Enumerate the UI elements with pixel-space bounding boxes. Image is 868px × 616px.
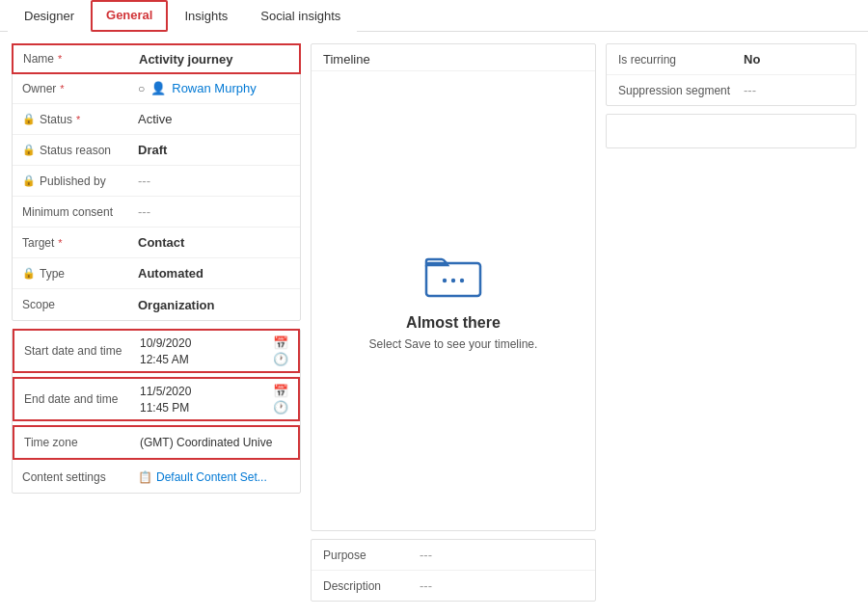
status-value: Active [138,112,290,126]
main-content: Name * Activity journey Owner * ○ 👤 Rowa… [0,32,868,613]
status-label: 🔒 Status * [22,113,138,126]
name-label: Name * [23,52,139,66]
minimum-consent-row: Minimum consent --- [13,197,300,228]
timezone-label: Time zone [24,436,140,449]
status-reason-row: 🔒 Status reason Draft [13,135,300,166]
is-recurring-value: No [744,52,760,67]
svg-point-2 [451,278,455,281]
svg-point-3 [460,278,464,281]
empty-right-card [606,114,856,148]
purpose-row: Purpose --- [312,540,595,571]
end-time-row: 11:45 PM 🕐 [140,400,288,415]
lock-icon-type: 🔒 [22,267,36,280]
lock-icon-published: 🔒 [22,174,36,187]
almost-there-text: Almost there [406,314,501,332]
end-date-date-row: 11/5/2020 📅 [140,384,288,398]
right-panel: Is recurring No Suppression segment --- [606,43,856,602]
description-row: Description --- [312,571,595,601]
purpose-value: --- [420,548,432,562]
content-settings-value[interactable]: 📋 Default Content Set... [138,470,267,484]
timezone-value[interactable]: (GMT) Coordinated Unive [140,436,288,449]
target-row: Target * Contact [13,228,300,258]
scope-value: Organization [138,298,290,312]
type-row: 🔒 Type Automated [13,258,300,289]
start-date-date-row: 10/9/2020 📅 [140,335,288,350]
suppression-row: Suppression segment --- [607,75,855,105]
content-settings-label: Content settings [22,470,138,484]
content-settings-icon: 📋 [138,470,152,484]
suppression-label: Suppression segment [618,84,744,97]
save-hint-text: Select Save to see your timeline. [369,337,538,351]
left-panel: Name * Activity journey Owner * ○ 👤 Rowa… [12,43,301,602]
start-date-value[interactable]: 10/9/2020 [140,336,273,350]
folder-icon [424,252,482,303]
target-label: Target * [22,236,138,250]
type-label: 🔒 Type [22,267,138,281]
owner-value[interactable]: ○ 👤 Rowan Murphy [138,81,290,95]
is-recurring-label: Is recurring [618,53,744,67]
timeline-title: Timeline [312,44,595,71]
tab-social-insights[interactable]: Social insights [244,0,357,32]
description-value: --- [420,578,432,593]
timeline-card: Timeline Almost there Se [311,43,596,531]
purpose-label: Purpose [323,549,420,562]
status-reason-label: 🔒 Status reason [22,144,138,157]
owner-label: Owner * [22,82,138,95]
target-value: Contact [138,235,290,250]
content-settings-row: Content settings 📋 Default Content Set..… [13,462,300,493]
status-row: 🔒 Status * Active [13,104,300,135]
lock-icon-status-reason: 🔒 [22,144,36,156]
end-date-value[interactable]: 11/5/2020 [140,385,273,398]
owner-required-star: * [60,83,64,94]
is-recurring-row: Is recurring No [607,44,855,75]
end-time-clock-icon[interactable]: 🕐 [273,400,288,415]
dates-form-section: Start date and time 10/9/2020 📅 12:45 AM… [12,329,301,494]
start-time-row: 12:45 AM 🕐 [140,352,288,366]
type-value: Automated [138,266,290,281]
lock-icon: 🔒 [22,113,36,125]
start-time-clock-icon[interactable]: 🕐 [273,352,288,366]
tab-insights[interactable]: Insights [168,0,244,32]
name-row: Name * Activity journey [12,43,301,74]
end-time-value[interactable]: 11:45 PM [140,401,273,415]
start-time-value[interactable]: 12:45 AM [140,353,273,366]
end-date-fields: 11/5/2020 📅 11:45 PM 🕐 [140,384,288,415]
end-date-section: End date and time 11/5/2020 📅 11:45 PM 🕐 [13,377,300,421]
end-date-row: End date and time 11/5/2020 📅 11:45 PM 🕐 [14,379,298,419]
start-date-calendar-icon[interactable]: 📅 [273,335,288,350]
end-date-calendar-icon[interactable]: 📅 [273,384,288,398]
middle-panel: Timeline Almost there Se [301,43,606,602]
start-date-section: Start date and time 10/9/2020 📅 12:45 AM… [13,329,300,373]
published-by-row: 🔒 Published by --- [13,166,300,197]
suppression-value: --- [744,83,756,97]
published-by-value: --- [138,174,290,188]
published-by-label: 🔒 Published by [22,174,138,188]
purpose-card: Purpose --- Description --- [311,539,596,602]
timezone-section: Time zone (GMT) Coordinated Unive [13,425,300,460]
timeline-body: Almost there Select Save to see your tim… [312,71,595,530]
timezone-row: Time zone (GMT) Coordinated Unive [14,427,298,458]
required-star: * [58,53,62,65]
target-required-star: * [58,237,62,249]
tab-designer[interactable]: Designer [8,0,91,32]
start-date-row: Start date and time 10/9/2020 📅 12:45 AM… [14,331,298,371]
user-icon: 👤 [150,81,166,95]
svg-point-1 [443,278,447,281]
main-form-section: Name * Activity journey Owner * ○ 👤 Rowa… [12,43,301,321]
status-required-star: * [76,114,80,125]
minimum-consent-label: Minimum consent [22,205,138,219]
tab-bar: Designer General Insights Social insight… [0,0,868,32]
scope-label: Scope [22,298,138,311]
right-info-card: Is recurring No Suppression segment --- [606,43,856,106]
status-reason-value: Draft [138,143,290,157]
name-value[interactable]: Activity journey [139,52,289,67]
scope-row: Scope Organization [13,289,300,320]
minimum-consent-value: --- [138,204,290,219]
end-date-label: End date and time [24,392,140,406]
description-label: Description [323,579,420,593]
start-date-fields: 10/9/2020 📅 12:45 AM 🕐 [140,335,288,366]
start-date-label: Start date and time [24,344,140,358]
owner-row: Owner * ○ 👤 Rowan Murphy [13,73,300,104]
circle-icon: ○ [138,82,145,95]
tab-general[interactable]: General [91,0,168,32]
